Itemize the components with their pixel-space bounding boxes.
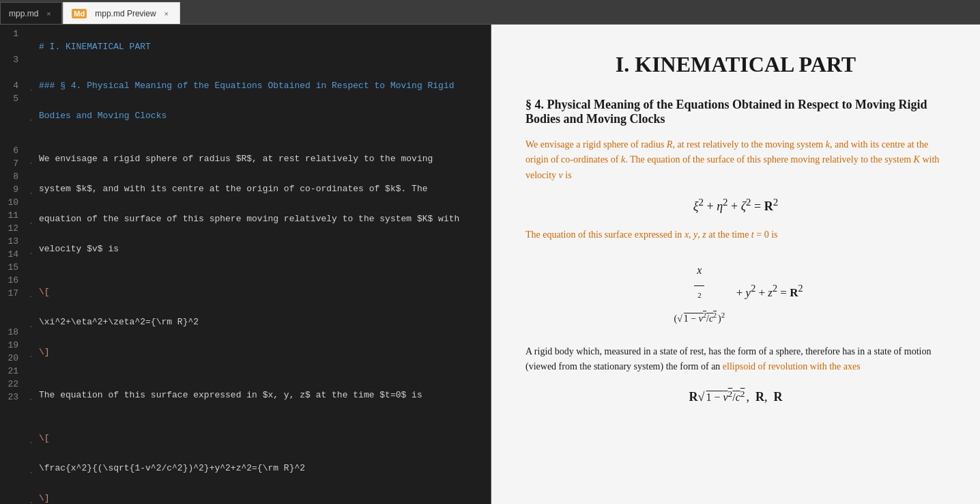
code-content[interactable]: # I. KINEMATICAL PART •### § 4. Physical… — [24, 25, 491, 504]
preview-para1: We envisage a rigid sphere of radius R, … — [525, 137, 946, 183]
math-equation-1: ξ2 + η2 + ζ2 = R2 — [525, 197, 946, 214]
preview-panel: I. KINEMATICAL PART § 4. Physical Meanin… — [491, 25, 980, 504]
preview-tab[interactable]: Md mpp.md Preview × — [63, 2, 179, 24]
preview-tab-icon: Md — [72, 9, 87, 18]
preview-para3: A rigid body which, measured in a state … — [525, 344, 946, 375]
preview-section-heading: § 4. Physical Meaning of the Equations O… — [525, 98, 946, 126]
preview-title: I. KINEMATICAL PART — [525, 52, 946, 77]
math-equation-3: R√1 − v2/c2, R, R — [525, 389, 946, 404]
editor-panel: 1 3 4 5 6 7 8 9 10 11 12 13 14 15 16 17 … — [0, 25, 491, 504]
math-equation-2: x2 (√1 − v2/c2)2 + y2 + z2 = R2 — [525, 257, 946, 331]
editor-tab[interactable]: mpp.md × — [0, 2, 62, 24]
line-numbers: 1 3 4 5 6 7 8 9 10 11 12 13 14 15 16 17 … — [0, 25, 24, 504]
editor-tab-label: mpp.md — [9, 9, 38, 18]
preview-tab-label: mpp.md Preview — [95, 9, 156, 18]
preview-tab-close[interactable]: × — [162, 9, 171, 18]
editor-tab-close[interactable]: × — [44, 9, 53, 18]
preview-para2: The equation of this surface expressed i… — [525, 227, 946, 242]
